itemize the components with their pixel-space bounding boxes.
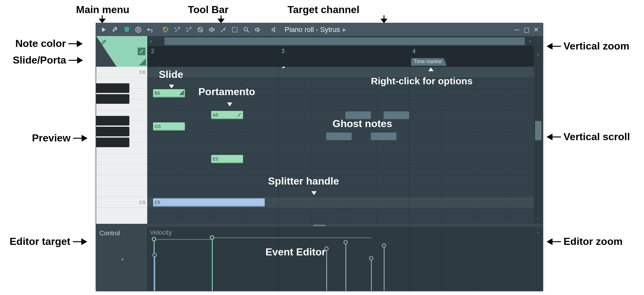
velocity-bar[interactable] [384, 246, 385, 291]
porta-toggle-icon[interactable] [138, 48, 145, 55]
hscroll-track[interactable] [155, 36, 526, 46]
event-parameter-label: Velocity [150, 229, 172, 236]
event-body[interactable]: Velocity Event Editor [147, 227, 534, 291]
select-icon [231, 26, 238, 33]
arrow-left-icon [546, 238, 562, 246]
channel-icon [271, 26, 278, 33]
list-icon [135, 26, 142, 33]
undo-button[interactable] [145, 25, 155, 35]
splitter-grip-icon [313, 225, 326, 226]
timeline-row: 2 3 4 Time marker ˄ [96, 46, 543, 67]
svg-point-4 [244, 27, 248, 31]
velocity-bar[interactable] [345, 243, 346, 291]
velocity-bar[interactable] [154, 256, 155, 291]
target-channel-button[interactable] [269, 25, 280, 35]
black-key[interactable] [96, 127, 129, 136]
velocity-bar[interactable] [212, 238, 213, 291]
main-area: C6 C5 B5 A5 [96, 67, 543, 224]
arrow-right-icon [72, 238, 88, 246]
hscroll-row: ‹ › · [96, 36, 543, 46]
note-b5[interactable]: B5 [153, 89, 185, 97]
note-g5[interactable]: G5 [153, 122, 185, 131]
options-button[interactable] [133, 25, 143, 35]
slide-indicator-icon [179, 90, 184, 95]
velocity-handle[interactable] [343, 240, 348, 245]
window-title[interactable]: Piano roll - Sytrus [285, 26, 340, 34]
note-label: B5 [155, 91, 160, 96]
time-marker-label: Time marker [414, 59, 442, 64]
porta-indicator-icon [236, 112, 242, 118]
velocity-handle[interactable] [382, 243, 386, 248]
arrow-left-icon [546, 42, 562, 50]
ghost-note [371, 132, 396, 140]
velocity-handle[interactable] [152, 237, 156, 241]
hscroll-left-button[interactable]: ‹ [147, 36, 155, 46]
vertical-scrollbar[interactable]: ˅ [534, 67, 543, 224]
velocity-handle[interactable] [152, 253, 157, 257]
zoom-tool-button[interactable] [241, 25, 251, 35]
hscroll-thumb[interactable] [165, 37, 525, 45]
annot-right-click: Right-click for options [371, 76, 472, 87]
stamp-button[interactable] [161, 25, 171, 35]
piano-keys[interactable]: C6 C5 [96, 67, 147, 224]
brush-plus-icon [174, 26, 181, 33]
svg-rect-3 [233, 27, 237, 32]
vscroll-thumb[interactable] [535, 121, 541, 140]
vertical-zoom-button[interactable]: · [534, 36, 543, 46]
vscroll-down-button[interactable]: ˅ [534, 217, 543, 224]
brush-minus-icon [185, 26, 192, 33]
bar-number: 3 [281, 48, 285, 55]
select-tool-button[interactable] [230, 25, 240, 35]
playback-tool-button[interactable] [253, 25, 263, 35]
timeline[interactable]: 2 3 4 Time marker [147, 46, 534, 67]
annot-vertical-scroll: Vertical scroll [546, 131, 630, 143]
slide-toggle-icon[interactable] [139, 58, 146, 65]
svg-point-1 [164, 28, 165, 29]
note-grid[interactable]: B5 A5 G5 E5 C5 Play [147, 67, 534, 224]
velocity-handle[interactable] [210, 235, 214, 240]
editor-zoom-button[interactable]: · [534, 227, 543, 237]
pencil-icon [99, 38, 108, 46]
black-key[interactable] [96, 138, 129, 147]
velocity-bar[interactable] [371, 259, 372, 291]
annot-splitter: Splitter handle [268, 175, 339, 187]
black-key[interactable] [96, 83, 129, 93]
time-marker[interactable]: Time marker [411, 58, 447, 66]
maximize-button[interactable]: ▢ [522, 25, 531, 34]
note-label: A5 [213, 112, 218, 117]
tools-button[interactable] [110, 25, 120, 35]
mute-tool-button[interactable] [207, 25, 217, 35]
note-e5[interactable]: E5 [211, 155, 243, 163]
velocity-handle[interactable] [369, 256, 373, 261]
velocity-bar[interactable] [326, 249, 327, 291]
note-c5[interactable]: C5 [153, 198, 265, 207]
black-key[interactable] [96, 116, 129, 125]
add-tool-button[interactable] [172, 25, 182, 35]
annot-tool-bar: Tool Bar [188, 4, 228, 16]
note-label: G5 [155, 124, 161, 129]
remove-tool-button[interactable] [184, 25, 194, 35]
arrow-down-icon [168, 81, 175, 90]
event-target-label: Control [99, 230, 120, 237]
disable-tool-button[interactable] [195, 25, 205, 35]
black-key[interactable] [96, 94, 129, 104]
snap-button[interactable] [122, 25, 132, 35]
annot-event-editor: Event Editor [265, 246, 326, 258]
piano-roll-window: Piano roll - Sytrus ▸ ─ ▢ ✕ ‹ › · [96, 23, 543, 291]
note-a5[interactable]: A5 [211, 111, 243, 119]
vscroll-up-button[interactable]: ˄ [534, 46, 543, 67]
no-icon [197, 26, 204, 33]
magnify-icon [243, 26, 250, 33]
slice-tool-button[interactable] [218, 25, 228, 35]
bar-number: 2 [151, 48, 154, 55]
arrow-right-icon [68, 40, 83, 48]
hscroll-right-button[interactable]: › [526, 36, 534, 46]
main-menu-button[interactable] [99, 25, 109, 35]
undo-icon [146, 26, 153, 33]
minimize-button[interactable]: ─ [512, 25, 522, 34]
splitter-handle[interactable] [96, 224, 543, 227]
close-button[interactable]: ✕ [531, 25, 541, 34]
annot-editor-zoom: Editor zoom [546, 236, 623, 247]
event-target-selector[interactable]: Control ▸ [96, 227, 147, 291]
note-color-corner[interactable] [96, 36, 147, 46]
